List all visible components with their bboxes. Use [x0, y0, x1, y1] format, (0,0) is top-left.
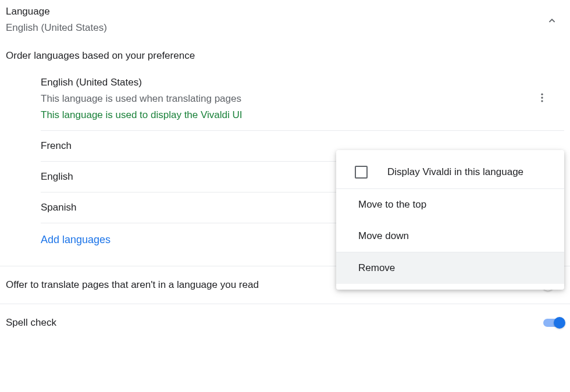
svg-point-2: [541, 100, 543, 102]
menu-item-label: Move to the top: [358, 199, 426, 211]
checkbox-icon: [355, 166, 368, 179]
spell-check-toggle[interactable]: [543, 319, 564, 327]
language-name: English (United States): [41, 77, 564, 88]
spell-check-label: Spell check: [6, 317, 56, 329]
section-title: Language: [6, 6, 564, 17]
order-languages-label: Order languages based on your preference: [0, 34, 570, 67]
menu-item-label: Display Vivaldi in this language: [387, 166, 523, 178]
menu-item-move-down[interactable]: Move down: [336, 220, 564, 252]
spell-check-row: Spell check: [0, 304, 570, 341]
chevron-up-icon[interactable]: [546, 15, 558, 30]
translate-offer-label: Offer to translate pages that aren't in …: [6, 279, 259, 291]
menu-item-display-in-language[interactable]: Display Vivaldi in this language: [336, 156, 564, 188]
language-section-header[interactable]: Language English (United States): [0, 0, 570, 34]
menu-item-remove[interactable]: Remove: [336, 252, 564, 284]
menu-item-move-top[interactable]: Move to the top: [336, 189, 564, 220]
language-sub-text: This language is used when translating p…: [41, 93, 564, 105]
language-section-header-text: Language English (United States): [6, 6, 564, 34]
svg-point-0: [541, 94, 543, 95]
more-vert-icon[interactable]: [536, 92, 548, 106]
svg-point-1: [541, 97, 543, 98]
menu-item-label: Move down: [358, 230, 409, 242]
language-item-primary: English (United States) This language is…: [41, 67, 564, 131]
language-ui-highlight: This language is used to display the Viv…: [41, 109, 564, 121]
menu-item-label: Remove: [358, 262, 395, 274]
language-context-menu: Display Vivaldi in this language Move to…: [336, 150, 564, 290]
section-subtitle: English (United States): [6, 22, 564, 34]
